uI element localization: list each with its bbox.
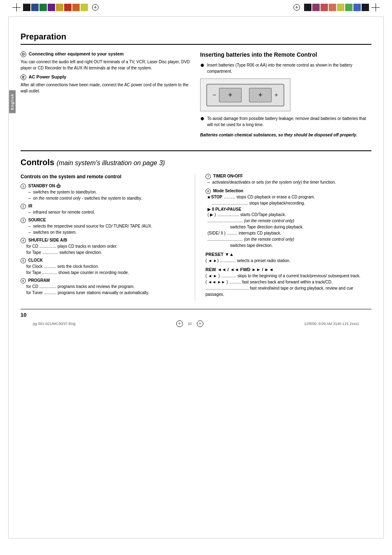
ctrl-preset: PRESET ▼▲ ( ◄ ►) .............. selects … (205, 252, 371, 264)
color-swatch (345, 4, 353, 11)
dash-icon: – (28, 229, 31, 235)
stop-section: ■ STOP .......... stops CD playback or e… (208, 194, 371, 200)
color-swatch (321, 4, 328, 11)
program-line-1: for CD ............... programs tracks a… (21, 283, 187, 290)
controls-right-col: 7 TIMER ON•OFF – activates/deactivates o… (203, 174, 371, 301)
color-swatch (312, 4, 320, 11)
ir-line-1: – infrared sensor for remote control. (23, 209, 187, 215)
num-8: 8 (205, 189, 211, 194)
prep-right-col: Inserting batteries into the Remote Cont… (200, 51, 371, 138)
rew-line-3: ...................................... f… (205, 285, 371, 297)
rew-text-2: .......... fast searches back and forwar… (230, 279, 333, 285)
prep-d-body: You can connect the audio left and right… (21, 59, 192, 71)
prep-left-col: D Connecting other equipment to your sys… (21, 51, 192, 138)
color-swatch (353, 4, 361, 11)
prep-e-body: After all other connections have been ma… (21, 82, 192, 94)
bottom-reg-mark-2 (197, 320, 203, 327)
preparation-columns: D Connecting other equipment to your sys… (21, 51, 371, 138)
bullet-icon-2: ● (200, 115, 205, 122)
ctrl-item-clock: 5 CLOCK for Clock ........... sets the c… (21, 258, 187, 276)
color-swatch (64, 4, 71, 11)
play-pause-title: ▶ II PLAY•PAUSE (208, 207, 371, 212)
clock-line-1: for Clock ........... sets the clock fun… (21, 263, 187, 269)
ctrl-item-standby: 1 STANDBY ON ⏻ – switches the system to … (21, 184, 187, 201)
standby-line-1: – switches the system to standby/on. (23, 189, 187, 195)
color-swatch (81, 4, 88, 11)
standby-title: 1 STANDBY ON ⏻ (21, 184, 187, 189)
controls-left-col: Controls on the system and remote contro… (21, 174, 195, 301)
bottom-marks-area: pg 001-021/MC30/37-Eng 10 12/8/00, 9:09 … (21, 318, 371, 329)
source-line-1: – selects the respective sound source fo… (23, 223, 187, 229)
stop-line-2: ................................ stops t… (208, 200, 371, 206)
prep-d-title: D Connecting other equipment to your sys… (21, 51, 192, 57)
section-divider (21, 150, 371, 151)
ctrl-item-ir: 2 iR – infrared sensor for remote contro… (21, 204, 187, 215)
shuffle-line-1: for CD ............... plays CD tracks i… (21, 243, 187, 249)
rew-text-1: ............. skips to the beginning of … (221, 273, 361, 279)
dash-icon: – (28, 209, 31, 215)
color-swatch (39, 4, 47, 11)
main-content: Preparation D Connecting other equipment… (0, 12, 392, 338)
battery-bullet-2: ● To avoid damage from possible battery … (200, 115, 371, 128)
ir-title: 2 iR (21, 204, 187, 209)
dash-icon: – (208, 179, 210, 185)
num-5: 5 (21, 258, 26, 263)
color-swatch (362, 4, 369, 11)
controls-title: Controls (main system's illustration on … (21, 158, 371, 167)
rew-line-1: ( ◄ ► ) ............. skips to the begin… (205, 273, 371, 279)
play-line-3: switches Tape direction during playback. (230, 224, 371, 230)
play-dots-1: ................... starts CD/Tape playb… (217, 212, 286, 218)
clock-line-2: for Tape ............. shows tape counte… (21, 269, 187, 276)
footer: 10 (21, 309, 371, 318)
color-swatch (72, 4, 80, 11)
play-line-1: ( ▶ ) ................... starts CD/Tape… (208, 212, 371, 218)
prep-d-item: D Connecting other equipment to your sys… (21, 51, 192, 71)
left-color-bar (23, 4, 88, 11)
color-swatch (329, 4, 336, 11)
side-line-1: (SIDE/ II ) ......... interrupts CD play… (208, 230, 371, 236)
rew-line-2: ( ◄◄ ►► ) .......... fast searches back … (205, 279, 371, 285)
prep-e-title: E AC Power Supply (21, 74, 192, 80)
right-footer-ref: 12/8/00, 9:09 AM 3140 115 2xxx1 (304, 322, 359, 326)
center-footer-ref: 10 (188, 322, 192, 326)
color-swatch (337, 4, 344, 11)
color-swatch (31, 4, 39, 11)
left-footer-ref: pg 001-021/MC30/37-Eng (33, 322, 76, 326)
dash-icon: – (28, 189, 31, 195)
program-title: 6 PROGRAM (21, 278, 187, 283)
bottom-reg-mark (176, 320, 183, 327)
side-symbol: (SIDE/ II ) (208, 230, 226, 236)
color-swatch (48, 4, 55, 11)
clock-title: 5 CLOCK (21, 258, 187, 263)
num-3: 3 (21, 218, 26, 223)
e-circle: E (21, 74, 26, 80)
rew-symbol-1: ( ◄ ► ) (205, 273, 220, 279)
ctrl-item-mode: 8 Mode Selection ■ STOP .......... stops… (205, 189, 371, 249)
prep-e-item: E AC Power Supply After all other connec… (21, 74, 192, 94)
timer-line-1: – activates/deactivates or sets (on the … (208, 179, 371, 185)
standby-line-2: – on the remote control only - switches … (23, 195, 187, 201)
bullet-icon-1: ● (200, 61, 205, 69)
ctrl-item-source: 3 SOURCE – selects the respective sound … (21, 218, 187, 235)
preset-line: ( ◄ ►) .............. selects a preset r… (205, 258, 371, 264)
side-line-3: switches tape direction. (230, 242, 371, 249)
color-swatch (56, 4, 63, 11)
ctrl-item-program: 6 PROGRAM for CD ............... program… (21, 278, 187, 296)
ctrl-item-timer: 7 TIMER ON•OFF – activates/deactivates o… (205, 174, 371, 185)
d-circle: D (21, 51, 26, 57)
top-right-reg-mark (371, 3, 380, 12)
shuffle-title: 4 SHUFFLE/ SIDE A/B (21, 238, 187, 243)
rew-fwd-title: REW ◄◄ / ◄◄ FWD ►► / ►◄ (205, 267, 371, 272)
battery-warning: Batteries contain chemical substances, s… (200, 132, 371, 138)
top-registration-area (0, 0, 392, 12)
source-title: 3 SOURCE (21, 218, 187, 223)
right-color-bar (304, 4, 369, 11)
dash-icon: – (28, 195, 31, 201)
num-7: 7 (205, 174, 211, 179)
timer-title: 7 TIMER ON•OFF (205, 174, 371, 179)
preparation-title: Preparation (21, 32, 371, 45)
top-left-reg-mark (12, 3, 21, 12)
compass-icon-right (293, 4, 300, 11)
preset-title: PRESET ▼▲ (205, 252, 371, 257)
dash-icon: – (28, 223, 31, 229)
